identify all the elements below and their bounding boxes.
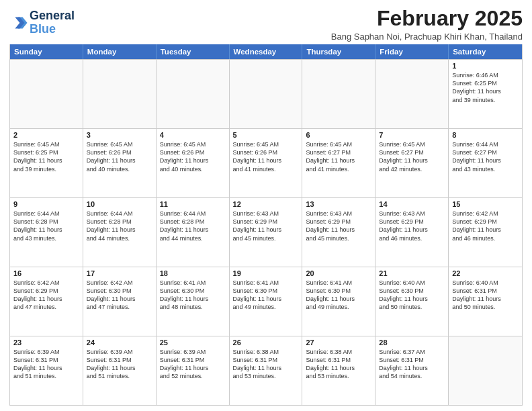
day-number: 4 bbox=[160, 131, 226, 139]
cal-cell bbox=[449, 336, 522, 405]
day-number: 11 bbox=[160, 200, 226, 208]
logo-icon bbox=[9, 13, 28, 32]
cal-cell: 6Sunrise: 6:45 AM Sunset: 6:27 PM Daylig… bbox=[302, 129, 375, 197]
header-day-sunday: Sunday bbox=[10, 44, 83, 59]
cell-info: Sunrise: 6:39 AM Sunset: 6:31 PM Dayligh… bbox=[160, 348, 226, 381]
cell-info: Sunrise: 6:44 AM Sunset: 6:28 PM Dayligh… bbox=[160, 210, 226, 242]
cal-cell bbox=[10, 60, 83, 128]
cell-info: Sunrise: 6:41 AM Sunset: 6:30 PM Dayligh… bbox=[160, 279, 226, 312]
cell-info: Sunrise: 6:42 AM Sunset: 6:29 PM Dayligh… bbox=[452, 210, 519, 242]
cell-info: Sunrise: 6:45 AM Sunset: 6:26 PM Dayligh… bbox=[233, 140, 299, 173]
day-number: 28 bbox=[379, 338, 445, 347]
cal-cell bbox=[230, 60, 303, 128]
day-number: 12 bbox=[233, 200, 299, 208]
cal-cell: 22Sunrise: 6:40 AM Sunset: 6:31 PM Dayli… bbox=[449, 267, 522, 336]
day-number: 13 bbox=[306, 200, 371, 208]
cal-cell: 11Sunrise: 6:44 AM Sunset: 6:28 PM Dayli… bbox=[157, 198, 230, 267]
day-number: 9 bbox=[13, 200, 79, 208]
cal-cell: 21Sunrise: 6:40 AM Sunset: 6:30 PM Dayli… bbox=[375, 267, 449, 336]
month-title: February 2025 bbox=[331, 7, 523, 30]
cell-info: Sunrise: 6:44 AM Sunset: 6:28 PM Dayligh… bbox=[87, 210, 152, 242]
day-number: 10 bbox=[87, 200, 152, 208]
day-number: 24 bbox=[87, 338, 152, 347]
page: General Blue February 2025 Bang Saphan N… bbox=[0, 0, 532, 411]
cell-info: Sunrise: 6:45 AM Sunset: 6:27 PM Dayligh… bbox=[306, 140, 371, 173]
calendar: SundayMondayTuesdayWednesdayThursdayFrid… bbox=[9, 44, 523, 406]
week-row-5: 23Sunrise: 6:39 AM Sunset: 6:31 PM Dayli… bbox=[10, 336, 522, 405]
cell-info: Sunrise: 6:45 AM Sunset: 6:26 PM Dayligh… bbox=[87, 140, 152, 173]
cal-cell: 28Sunrise: 6:37 AM Sunset: 6:31 PM Dayli… bbox=[375, 336, 449, 405]
day-number: 25 bbox=[160, 338, 226, 347]
cell-info: Sunrise: 6:43 AM Sunset: 6:29 PM Dayligh… bbox=[306, 210, 371, 242]
cal-cell: 9Sunrise: 6:44 AM Sunset: 6:28 PM Daylig… bbox=[10, 198, 83, 267]
day-number: 27 bbox=[306, 338, 371, 347]
day-number: 17 bbox=[87, 269, 152, 277]
cal-cell: 19Sunrise: 6:41 AM Sunset: 6:30 PM Dayli… bbox=[230, 267, 303, 336]
cell-info: Sunrise: 6:39 AM Sunset: 6:31 PM Dayligh… bbox=[87, 348, 152, 381]
cal-cell bbox=[302, 60, 375, 128]
day-number: 2 bbox=[13, 131, 79, 139]
cal-cell: 1Sunrise: 6:46 AM Sunset: 6:25 PM Daylig… bbox=[449, 60, 522, 128]
cell-info: Sunrise: 6:43 AM Sunset: 6:29 PM Dayligh… bbox=[233, 210, 299, 242]
cal-cell: 20Sunrise: 6:41 AM Sunset: 6:30 PM Dayli… bbox=[302, 267, 375, 336]
cal-cell: 15Sunrise: 6:42 AM Sunset: 6:29 PM Dayli… bbox=[449, 198, 522, 267]
calendar-body: 1Sunrise: 6:46 AM Sunset: 6:25 PM Daylig… bbox=[10, 59, 522, 405]
cal-cell: 12Sunrise: 6:43 AM Sunset: 6:29 PM Dayli… bbox=[230, 198, 303, 267]
day-number: 20 bbox=[306, 269, 371, 277]
day-number: 23 bbox=[13, 338, 79, 347]
cell-info: Sunrise: 6:45 AM Sunset: 6:25 PM Dayligh… bbox=[13, 140, 79, 173]
cal-cell: 2Sunrise: 6:45 AM Sunset: 6:25 PM Daylig… bbox=[10, 129, 83, 197]
cal-cell: 24Sunrise: 6:39 AM Sunset: 6:31 PM Dayli… bbox=[83, 336, 157, 405]
logo-line2: Blue bbox=[30, 22, 56, 36]
day-number: 26 bbox=[233, 338, 299, 347]
cell-info: Sunrise: 6:40 AM Sunset: 6:31 PM Dayligh… bbox=[452, 279, 519, 312]
cell-info: Sunrise: 6:38 AM Sunset: 6:31 PM Dayligh… bbox=[233, 348, 299, 381]
cal-cell: 8Sunrise: 6:44 AM Sunset: 6:27 PM Daylig… bbox=[449, 129, 522, 197]
day-number: 21 bbox=[379, 269, 445, 277]
cell-info: Sunrise: 6:41 AM Sunset: 6:30 PM Dayligh… bbox=[306, 279, 371, 312]
cell-info: Sunrise: 6:44 AM Sunset: 6:28 PM Dayligh… bbox=[13, 210, 79, 242]
day-number: 7 bbox=[379, 131, 445, 139]
day-number: 8 bbox=[452, 131, 519, 139]
cell-info: Sunrise: 6:39 AM Sunset: 6:31 PM Dayligh… bbox=[13, 348, 79, 381]
cal-cell: 10Sunrise: 6:44 AM Sunset: 6:28 PM Dayli… bbox=[83, 198, 157, 267]
cell-info: Sunrise: 6:45 AM Sunset: 6:26 PM Dayligh… bbox=[160, 140, 226, 173]
cell-info: Sunrise: 6:38 AM Sunset: 6:31 PM Dayligh… bbox=[306, 348, 371, 381]
cal-cell: 4Sunrise: 6:45 AM Sunset: 6:26 PM Daylig… bbox=[157, 129, 230, 197]
day-number: 22 bbox=[452, 269, 519, 277]
day-number: 19 bbox=[233, 269, 299, 277]
day-number: 16 bbox=[13, 269, 79, 277]
calendar-header: SundayMondayTuesdayWednesdayThursdayFrid… bbox=[10, 44, 522, 59]
cal-cell: 25Sunrise: 6:39 AM Sunset: 6:31 PM Dayli… bbox=[157, 336, 230, 405]
cal-cell bbox=[375, 60, 449, 128]
cal-cell: 14Sunrise: 6:43 AM Sunset: 6:29 PM Dayli… bbox=[375, 198, 449, 267]
cal-cell: 26Sunrise: 6:38 AM Sunset: 6:31 PM Dayli… bbox=[230, 336, 303, 405]
header-day-thursday: Thursday bbox=[302, 44, 375, 59]
header-day-monday: Monday bbox=[83, 44, 157, 59]
cell-info: Sunrise: 6:41 AM Sunset: 6:30 PM Dayligh… bbox=[233, 279, 299, 312]
week-row-4: 16Sunrise: 6:42 AM Sunset: 6:29 PM Dayli… bbox=[10, 267, 522, 336]
day-number: 18 bbox=[160, 269, 226, 277]
cal-cell: 13Sunrise: 6:43 AM Sunset: 6:29 PM Dayli… bbox=[302, 198, 375, 267]
cell-info: Sunrise: 6:42 AM Sunset: 6:29 PM Dayligh… bbox=[13, 279, 79, 312]
logo: General Blue bbox=[9, 9, 75, 36]
header-day-friday: Friday bbox=[375, 44, 449, 59]
cal-cell: 5Sunrise: 6:45 AM Sunset: 6:26 PM Daylig… bbox=[230, 129, 303, 197]
cal-cell: 23Sunrise: 6:39 AM Sunset: 6:31 PM Dayli… bbox=[10, 336, 83, 405]
cal-cell: 7Sunrise: 6:45 AM Sunset: 6:27 PM Daylig… bbox=[375, 129, 449, 197]
day-number: 5 bbox=[233, 131, 299, 139]
cal-cell bbox=[157, 60, 230, 128]
cell-info: Sunrise: 6:44 AM Sunset: 6:27 PM Dayligh… bbox=[452, 140, 519, 173]
header-day-tuesday: Tuesday bbox=[157, 44, 230, 59]
cell-info: Sunrise: 6:37 AM Sunset: 6:31 PM Dayligh… bbox=[379, 348, 445, 381]
cell-info: Sunrise: 6:40 AM Sunset: 6:30 PM Dayligh… bbox=[379, 279, 445, 312]
day-number: 14 bbox=[379, 200, 445, 208]
day-number: 3 bbox=[87, 131, 152, 139]
cal-cell: 18Sunrise: 6:41 AM Sunset: 6:30 PM Dayli… bbox=[157, 267, 230, 336]
cell-info: Sunrise: 6:43 AM Sunset: 6:29 PM Dayligh… bbox=[379, 210, 445, 242]
header-row: General Blue February 2025 Bang Saphan N… bbox=[9, 7, 523, 42]
cell-info: Sunrise: 6:45 AM Sunset: 6:27 PM Dayligh… bbox=[379, 140, 445, 173]
title-block: February 2025 Bang Saphan Noi, Prachuap … bbox=[331, 7, 523, 42]
cal-cell: 3Sunrise: 6:45 AM Sunset: 6:26 PM Daylig… bbox=[83, 129, 157, 197]
week-row-1: 1Sunrise: 6:46 AM Sunset: 6:25 PM Daylig… bbox=[10, 59, 522, 128]
